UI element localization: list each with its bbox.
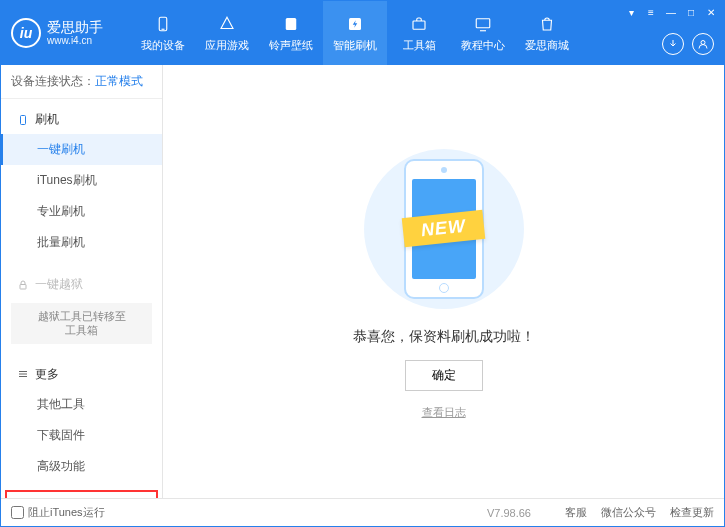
store-icon — [537, 14, 557, 34]
close-icon[interactable]: ✕ — [704, 5, 718, 19]
settings-icon[interactable]: ≡ — [644, 5, 658, 19]
menu-icon[interactable]: ▾ — [624, 5, 638, 19]
nav-apps[interactable]: 应用游戏 — [195, 1, 259, 65]
nav-label: 教程中心 — [461, 38, 505, 53]
ok-button[interactable]: 确定 — [405, 360, 483, 391]
status-label: 设备连接状态： — [11, 74, 95, 88]
version-text: V7.98.66 — [487, 507, 531, 519]
nav-label: 工具箱 — [403, 38, 436, 53]
footer: 阻止iTunes运行 V7.98.66 客服 微信公众号 检查更新 — [1, 498, 724, 526]
app-url: www.i4.cn — [47, 35, 103, 46]
sidebar-item-pro[interactable]: 专业刷机 — [1, 196, 162, 227]
device-icon — [153, 14, 173, 34]
sidebar-item-download[interactable]: 下载固件 — [1, 420, 162, 451]
nav-label: 铃声壁纸 — [269, 38, 313, 53]
sidebar-jailbreak-note[interactable]: 越狱工具已转移至 工具箱 — [11, 303, 152, 344]
sidebar-head-label: 刷机 — [35, 111, 59, 128]
logo: iu 爱思助手 www.i4.cn — [1, 18, 113, 48]
list-icon — [17, 368, 29, 380]
connection-status: 设备连接状态：正常模式 — [1, 65, 162, 99]
sidebar-item-batch[interactable]: 批量刷机 — [1, 227, 162, 258]
top-nav: 我的设备 应用游戏 铃声壁纸 智能刷机 工具箱 教程中心 — [131, 1, 579, 65]
footer-link-update[interactable]: 检查更新 — [670, 505, 714, 520]
app-header: iu 爱思助手 www.i4.cn 我的设备 应用游戏 铃声壁纸 智能刷机 — [1, 1, 724, 65]
ringtone-icon — [281, 14, 301, 34]
nav-label: 应用游戏 — [205, 38, 249, 53]
svg-point-7 — [701, 41, 705, 45]
nav-toolbox[interactable]: 工具箱 — [387, 1, 451, 65]
app-name: 爱思助手 — [47, 20, 103, 35]
tutorial-icon — [473, 14, 493, 34]
toolbox-icon — [409, 14, 429, 34]
download-button[interactable] — [662, 33, 684, 55]
view-log-link[interactable]: 查看日志 — [422, 405, 466, 420]
success-message: 恭喜您，保资料刷机成功啦！ — [353, 328, 535, 346]
sidebar: 设备连接状态：正常模式 刷机 一键刷机 iTunes刷机 专业刷机 批量刷机 一… — [1, 65, 163, 498]
apps-icon — [217, 14, 237, 34]
option-highlight-box: 自动激活 跳过向导 — [5, 490, 158, 498]
svg-rect-2 — [286, 18, 297, 30]
user-button[interactable] — [692, 33, 714, 55]
sidebar-head-label: 一键越狱 — [35, 276, 83, 293]
sidebar-item-advanced[interactable]: 高级功能 — [1, 451, 162, 482]
flash-icon — [345, 14, 365, 34]
lock-icon — [17, 279, 29, 291]
svg-rect-9 — [20, 284, 26, 289]
sidebar-head-label: 更多 — [35, 366, 59, 383]
nav-label: 我的设备 — [141, 38, 185, 53]
footer-link-wechat[interactable]: 微信公众号 — [601, 505, 656, 520]
nav-label: 爱思商城 — [525, 38, 569, 53]
main-content: NEW 恭喜您，保资料刷机成功啦！ 确定 查看日志 — [163, 65, 724, 498]
svg-rect-8 — [21, 115, 26, 124]
logo-icon: iu — [11, 18, 41, 48]
sidebar-item-other[interactable]: 其他工具 — [1, 389, 162, 420]
window-controls: ▾ ≡ — □ ✕ — [624, 5, 718, 19]
sidebar-head-more[interactable]: 更多 — [1, 360, 162, 389]
success-illustration: NEW — [354, 144, 534, 314]
nav-my-device[interactable]: 我的设备 — [131, 1, 195, 65]
checkbox-label: 阻止iTunes运行 — [28, 505, 105, 520]
svg-rect-5 — [476, 18, 490, 27]
minimize-icon[interactable]: — — [664, 5, 678, 19]
sidebar-item-oneclick[interactable]: 一键刷机 — [1, 134, 162, 165]
nav-tutorial[interactable]: 教程中心 — [451, 1, 515, 65]
nav-label: 智能刷机 — [333, 38, 377, 53]
block-itunes-checkbox[interactable]: 阻止iTunes运行 — [11, 505, 105, 520]
nav-store[interactable]: 爱思商城 — [515, 1, 579, 65]
sidebar-head-flash[interactable]: 刷机 — [1, 105, 162, 134]
sidebar-head-jailbreak: 一键越狱 — [1, 270, 162, 299]
nav-ringtone[interactable]: 铃声壁纸 — [259, 1, 323, 65]
footer-link-support[interactable]: 客服 — [565, 505, 587, 520]
status-value: 正常模式 — [95, 74, 143, 88]
svg-rect-4 — [413, 21, 425, 29]
sidebar-item-itunes[interactable]: iTunes刷机 — [1, 165, 162, 196]
maximize-icon[interactable]: □ — [684, 5, 698, 19]
nav-smart-flash[interactable]: 智能刷机 — [323, 1, 387, 65]
phone-icon — [17, 114, 29, 126]
